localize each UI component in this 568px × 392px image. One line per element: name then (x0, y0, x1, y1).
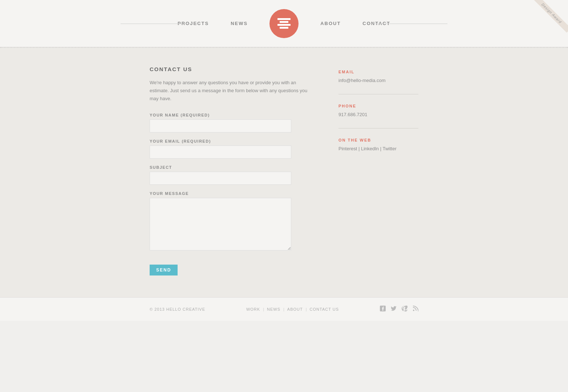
web-sidebar-label: ON THE WEB (338, 138, 418, 142)
footer-nav-about[interactable]: ABOUT (287, 307, 303, 311)
message-textarea[interactable] (150, 198, 291, 250)
nav-about[interactable]: ABOUT (320, 21, 341, 26)
subject-input[interactable] (150, 172, 291, 185)
logo-inner (277, 18, 291, 29)
twitter-link[interactable]: Twitter (382, 146, 396, 151)
web-sidebar-value: Pinterest | LinkedIn | Twitter (338, 145, 418, 153)
email-sidebar-value: info@hello-media.com (338, 77, 418, 85)
site-footer: © 2013 HELLO CREATIVE WORK | NEWS | ABOU… (0, 297, 568, 321)
footer-sep-1: | (263, 307, 264, 311)
logo-bar-2 (280, 21, 288, 23)
contact-form: YOUR NAME (required) YOUR EMAIL (require… (150, 113, 309, 275)
sidebar-email: EMAIL info@hello-media.com (338, 70, 418, 94)
svg-point-0 (413, 310, 414, 311)
site-header: Design Award PROJECTS NEWS ABOUT CONTACT (0, 0, 568, 47)
content-wrapper: CONTACT US We're happy to answer any que… (84, 66, 484, 275)
message-label: YOUR MESSAGE (150, 191, 309, 196)
footer-sep-2: | (283, 307, 284, 311)
footer-nav-work[interactable]: WORK (246, 307, 260, 311)
email-sidebar-label: EMAIL (338, 70, 418, 74)
send-button[interactable]: SEND (150, 265, 178, 275)
nav-line-right (368, 24, 447, 24)
main-content: CONTACT US We're happy to answer any que… (0, 48, 568, 297)
name-group: YOUR NAME (required) (150, 113, 309, 132)
contact-intro: We're happy to answer any questions you … (150, 79, 309, 103)
subject-group: SUBJECT (150, 165, 309, 185)
subject-label: SUBJECT (150, 165, 309, 170)
pinterest-footer-icon[interactable] (402, 306, 407, 313)
footer-nav: WORK | NEWS | ABOUT | CONTACT US (246, 307, 339, 311)
footer-nav-contact[interactable]: CONTACT US (310, 307, 339, 311)
footer-sep-3: | (306, 307, 307, 311)
phone-sidebar-label: PHONE (338, 104, 418, 108)
phone-sidebar-value: 917.686.7201 (338, 111, 418, 119)
contact-form-section: CONTACT US We're happy to answer any que… (150, 66, 309, 275)
rss-footer-icon[interactable] (413, 306, 418, 313)
sidebar-phone: PHONE 917.686.7201 (338, 104, 418, 128)
email-group: YOUR EMAIL (required) (150, 139, 309, 159)
linkedin-link[interactable]: LinkedIn (361, 146, 379, 151)
facebook-icon[interactable] (380, 306, 386, 313)
web-sep-1: | (358, 146, 361, 151)
twitter-footer-icon[interactable] (391, 306, 397, 313)
name-label: YOUR NAME (required) (150, 113, 309, 117)
logo-bar-3 (277, 24, 291, 26)
pinterest-link[interactable]: Pinterest (338, 146, 357, 151)
contact-title: CONTACT US (150, 66, 309, 72)
footer-copyright: © 2013 HELLO CREATIVE (150, 307, 205, 311)
footer-inner: © 2013 HELLO CREATIVE WORK | NEWS | ABOU… (84, 306, 484, 313)
email-label: YOUR EMAIL (required) (150, 139, 309, 143)
main-nav: PROJECTS NEWS ABOUT CONTACT (121, 9, 447, 38)
logo-bar-4 (280, 27, 288, 29)
email-input[interactable] (150, 146, 291, 159)
message-group: YOUR MESSAGE (150, 191, 309, 252)
logo-bar-1 (277, 18, 291, 20)
name-input[interactable] (150, 119, 291, 132)
award-label: Design Award (532, 0, 568, 33)
footer-social (380, 306, 418, 313)
award-ribbon: Design Award (532, 0, 568, 36)
footer-nav-news[interactable]: NEWS (267, 307, 280, 311)
nav-line-left (121, 24, 200, 24)
nav-news[interactable]: NEWS (231, 21, 248, 26)
sidebar-web: ON THE WEB Pinterest | LinkedIn | Twitte… (338, 138, 418, 162)
contact-sidebar: EMAIL info@hello-media.com PHONE 917.686… (338, 66, 418, 275)
site-logo[interactable] (269, 9, 299, 38)
